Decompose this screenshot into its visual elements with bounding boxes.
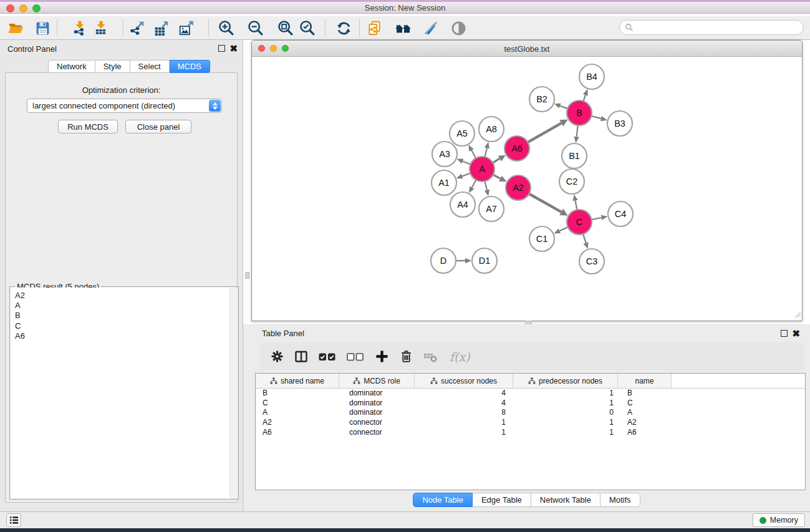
table-cell[interactable]: A — [618, 408, 672, 418]
table-cell[interactable]: connector — [339, 418, 415, 428]
zoom-fit-icon[interactable] — [275, 17, 296, 39]
optimization-criterion-select[interactable]: largest connected component (directed) — [27, 99, 222, 113]
graph-edge[interactable] — [583, 234, 586, 243]
table-row[interactable]: A2connector11A2 — [256, 418, 805, 428]
graph-node-B[interactable]: B — [567, 100, 592, 125]
tab-edge-table[interactable]: Edge Table — [473, 493, 531, 507]
graph-edge[interactable] — [559, 227, 567, 231]
table-cell[interactable]: A2 — [256, 418, 339, 428]
table-cell[interactable]: 1 — [513, 399, 618, 409]
graph-edge[interactable] — [592, 218, 602, 220]
graph-node-A2[interactable]: A2 — [506, 175, 531, 200]
graph-edge[interactable] — [472, 180, 476, 188]
delete-column-icon[interactable] — [398, 349, 413, 364]
column-header-shared-name[interactable]: shared name — [256, 374, 339, 388]
search-input[interactable] — [637, 22, 803, 33]
deselect-all-icon[interactable] — [346, 349, 365, 364]
graph-edge[interactable] — [493, 158, 499, 163]
zoom-in-icon[interactable] — [216, 17, 237, 39]
delete-table-icon[interactable] — [423, 349, 438, 364]
graph-node-C4[interactable]: C4 — [608, 201, 633, 226]
graph-edge[interactable] — [584, 95, 586, 101]
close-table-panel-icon[interactable]: ✖ — [792, 329, 800, 337]
table-cell[interactable]: 8 — [415, 408, 513, 418]
result-list-item[interactable]: A2 — [15, 291, 238, 301]
graph-node-C[interactable]: C — [567, 210, 592, 235]
tab-network[interactable]: Network — [48, 60, 95, 73]
export-network-icon[interactable] — [127, 17, 148, 39]
graph-edge[interactable] — [591, 116, 601, 118]
function-builder-icon[interactable]: f(x) — [450, 350, 470, 364]
graph-edge[interactable] — [528, 123, 561, 142]
table-row[interactable]: A6connector11A6 — [256, 428, 805, 438]
result-list-item[interactable]: A6 — [15, 331, 238, 341]
network-canvas[interactable]: AA1A2A3A4A5A6A7A8BB1B2B3B4CC1C2C3C4DD1 — [252, 57, 802, 321]
table-cell[interactable]: dominator — [339, 399, 415, 409]
vertical-splitter-handle[interactable] — [245, 272, 249, 279]
graph-node-A5[interactable]: A5 — [450, 121, 475, 146]
run-mcds-button[interactable]: Run MCDS — [58, 120, 118, 133]
export-image-icon[interactable] — [176, 17, 197, 39]
column-options-icon[interactable] — [294, 349, 309, 364]
tab-select[interactable]: Select — [130, 60, 170, 73]
graph-edge[interactable] — [485, 181, 487, 190]
table-cell[interactable]: A6 — [256, 428, 339, 438]
hide-labels-icon[interactable] — [420, 17, 441, 39]
graph-node-A8[interactable]: A8 — [479, 117, 504, 142]
column-header-successor-nodes[interactable]: successor nodes — [415, 374, 513, 388]
show-hide-icon[interactable] — [448, 17, 469, 39]
table-cell[interactable]: dominator — [339, 389, 415, 399]
graph-node-C1[interactable]: C1 — [529, 226, 554, 251]
result-list-item[interactable]: C — [15, 321, 238, 331]
table-cell[interactable]: C — [256, 399, 339, 409]
result-list-scrollbar[interactable] — [229, 288, 238, 498]
graph-edge[interactable] — [493, 175, 501, 178]
graph-node-D[interactable]: D — [431, 248, 456, 273]
graph-node-D1[interactable]: D1 — [472, 248, 497, 273]
graph-node-B3[interactable]: B3 — [607, 111, 632, 136]
graph-node-A7[interactable]: A7 — [479, 196, 504, 221]
table-cell[interactable]: 1 — [513, 389, 618, 399]
close-panel-icon[interactable]: ✖ — [229, 44, 238, 52]
graph-node-A3[interactable]: A3 — [432, 142, 457, 167]
table-cell[interactable]: 4 — [415, 399, 513, 409]
task-history-button[interactable] — [6, 513, 21, 527]
graph-edge[interactable] — [577, 125, 578, 137]
tab-mcds[interactable]: MCDS — [170, 60, 210, 73]
graph-node-A[interactable]: A — [470, 157, 494, 181]
home-view-icon[interactable] — [393, 17, 414, 39]
tab-style[interactable]: Style — [95, 60, 130, 73]
result-list-item[interactable]: A — [15, 301, 238, 311]
table-cell[interactable]: 1 — [415, 418, 513, 428]
table-cell[interactable]: 4 — [415, 389, 513, 399]
graph-node-B2[interactable]: B2 — [529, 87, 554, 112]
float-table-panel-icon[interactable] — [781, 330, 788, 337]
column-header-predecessor-nodes[interactable]: predecessor nodes — [513, 374, 618, 388]
table-cell[interactable]: C — [618, 399, 672, 409]
table-row[interactable]: Cdominator41C — [256, 399, 805, 409]
graph-node-A6[interactable]: A6 — [504, 136, 529, 161]
import-network-icon[interactable] — [69, 17, 90, 39]
select-all-icon[interactable] — [318, 349, 337, 364]
table-cell[interactable]: B — [256, 389, 339, 399]
open-session-icon[interactable] — [5, 17, 26, 39]
graph-edge[interactable] — [576, 200, 577, 210]
graph-node-A1[interactable]: A1 — [432, 170, 456, 195]
close-panel-button[interactable]: Close panel — [125, 120, 191, 133]
table-row[interactable]: Adominator80A — [256, 408, 805, 418]
search-field[interactable] — [619, 20, 804, 35]
table-cell[interactable]: 1 — [415, 428, 513, 438]
zoom-out-icon[interactable] — [245, 17, 266, 39]
float-panel-icon[interactable] — [218, 45, 225, 52]
zoom-selected-icon[interactable] — [297, 17, 318, 39]
column-header-MCDS-role[interactable]: MCDS role — [339, 374, 415, 388]
tab-network-table[interactable]: Network Table — [531, 493, 600, 507]
column-header-name[interactable]: name — [618, 374, 672, 388]
graph-edge[interactable] — [462, 173, 470, 177]
tab-node-table[interactable]: Node Table — [413, 493, 473, 507]
memory-button[interactable]: Memory — [753, 513, 805, 527]
table-cell[interactable]: 1 — [513, 428, 618, 438]
graph-node-C2[interactable]: C2 — [559, 169, 584, 194]
add-column-icon[interactable] — [374, 349, 389, 364]
table-row[interactable]: Bdominator41B — [256, 389, 805, 399]
